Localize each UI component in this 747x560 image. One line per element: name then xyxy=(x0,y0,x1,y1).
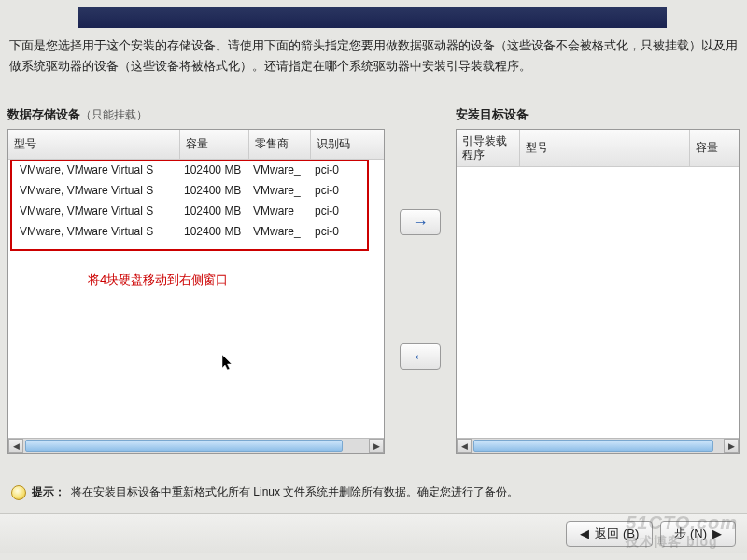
cell-model: VMware, VMware Virtual S xyxy=(8,163,180,176)
left-title-text: 数据存储设备 xyxy=(7,107,80,121)
next-label: 步 (N) xyxy=(674,525,707,542)
cell-model: VMware, VMware Virtual S xyxy=(8,184,180,197)
col-model[interactable]: 型号 xyxy=(8,130,180,159)
tip-row: 提示： 将在安装目标设备中重新格式化所有 Linux 文件系统并删除所有数据。确… xyxy=(11,484,736,500)
col-boot[interactable]: 引导装载程序 xyxy=(457,130,520,166)
transfer-controls: → ← xyxy=(385,106,456,472)
table-row[interactable]: VMware, VMware Virtual S102400 MBVMware_… xyxy=(8,160,384,180)
right-list-header: 引导装载程序 型号 容量 xyxy=(457,130,739,167)
cell-id: pci-0 xyxy=(311,163,384,176)
table-row[interactable]: VMware, VMware Virtual S102400 MBVMware_… xyxy=(8,180,384,201)
left-listbox[interactable]: 型号 容量 零售商 识别码 VMware, VMware Virtual S10… xyxy=(7,129,385,454)
data-storage-panel: 数据存储设备（只能挂载） 型号 容量 零售商 识别码 VMware, VMwar… xyxy=(7,106,385,472)
cell-capacity: 102400 MB xyxy=(180,163,249,176)
table-row[interactable]: VMware, VMware Virtual S102400 MBVMware_… xyxy=(8,221,384,242)
left-list-body[interactable]: VMware, VMware Virtual S102400 MBVMware_… xyxy=(8,160,384,438)
right-listbox[interactable]: 引导装载程序 型号 容量 ◀ ▶ xyxy=(456,129,740,454)
scroll-right-icon[interactable]: ▶ xyxy=(724,439,739,453)
footer: ◀ 返回 (B) 步 (N) ▶ xyxy=(0,513,747,553)
back-label: 返回 (B) xyxy=(595,525,639,542)
header-bar xyxy=(78,7,667,28)
page-description: 下面是您选择用于这个安装的存储设备。请使用下面的箭头指定您要用做数据驱动器的设备… xyxy=(9,35,738,77)
right-panel-title: 安装目标设备 xyxy=(456,106,740,123)
cell-model: VMware, VMware Virtual S xyxy=(8,204,180,217)
cell-id: pci-0 xyxy=(311,204,384,217)
left-subtitle: （只能挂载） xyxy=(80,108,148,121)
scroll-thumb[interactable] xyxy=(25,440,343,452)
tip-text: 将在安装目标设备中重新格式化所有 Linux 文件系统并删除所有数据。确定您进行… xyxy=(71,484,518,500)
install-target-panel: 安装目标设备 引导装载程序 型号 容量 ◀ ▶ xyxy=(456,106,740,472)
arrow-left-icon: ◀ xyxy=(580,526,589,540)
back-button[interactable]: ◀ 返回 (B) xyxy=(566,521,653,547)
col-model2[interactable]: 型号 xyxy=(520,130,690,166)
col-id[interactable]: 识别码 xyxy=(311,130,384,159)
cell-vendor: VMware_ xyxy=(249,163,311,176)
table-row[interactable]: VMware, VMware Virtual S102400 MBVMware_… xyxy=(8,201,384,221)
arrow-right-icon: ▶ xyxy=(712,526,722,540)
scroll-right-icon[interactable]: ▶ xyxy=(369,439,384,453)
right-scrollbar[interactable]: ◀ ▶ xyxy=(457,438,739,453)
cell-id: pci-0 xyxy=(311,184,384,197)
scroll-track[interactable] xyxy=(23,439,369,453)
next-button[interactable]: 步 (N) ▶ xyxy=(660,521,736,547)
cell-id: pci-0 xyxy=(311,225,384,238)
annotation-text: 将4块硬盘移动到右侧窗口 xyxy=(88,272,228,288)
col-vendor[interactable]: 零售商 xyxy=(249,130,311,159)
cell-vendor: VMware_ xyxy=(249,184,311,197)
move-left-button[interactable]: ← xyxy=(400,343,441,370)
scroll-left-icon[interactable]: ◀ xyxy=(8,439,23,453)
cell-vendor: VMware_ xyxy=(249,225,311,238)
cell-capacity: 102400 MB xyxy=(180,184,249,197)
left-list-header: 型号 容量 零售商 识别码 xyxy=(8,130,384,160)
scroll-left-icon[interactable]: ◀ xyxy=(457,439,472,453)
arrow-left-icon: ← xyxy=(412,347,429,367)
move-right-button[interactable]: → xyxy=(400,209,441,235)
bulb-icon xyxy=(11,485,26,500)
col-cap2[interactable]: 容量 xyxy=(690,130,739,166)
col-capacity[interactable]: 容量 xyxy=(180,130,249,159)
cell-vendor: VMware_ xyxy=(249,204,311,217)
cell-model: VMware, VMware Virtual S xyxy=(8,225,180,238)
panels: 数据存储设备（只能挂载） 型号 容量 零售商 识别码 VMware, VMwar… xyxy=(7,106,740,472)
cell-capacity: 102400 MB xyxy=(180,204,249,217)
left-scrollbar[interactable]: ◀ ▶ xyxy=(8,438,384,453)
left-panel-title: 数据存储设备（只能挂载） xyxy=(7,106,385,123)
scroll-track[interactable] xyxy=(472,439,724,453)
arrow-right-icon: → xyxy=(412,213,429,232)
cell-capacity: 102400 MB xyxy=(180,225,249,238)
scroll-thumb[interactable] xyxy=(473,440,713,452)
right-list-body[interactable] xyxy=(457,167,739,438)
tip-label: 提示： xyxy=(32,484,65,500)
